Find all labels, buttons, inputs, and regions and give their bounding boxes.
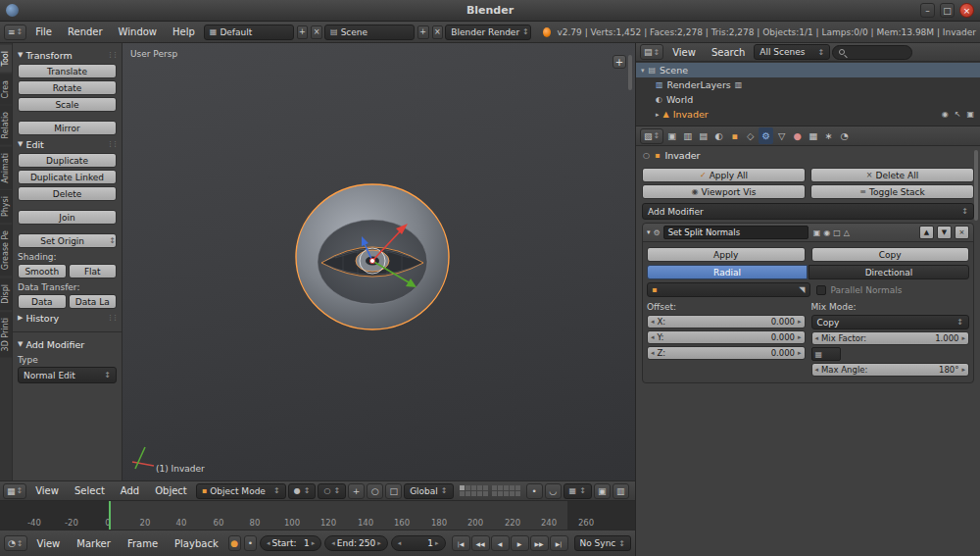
- editor-type-button[interactable]: ▦ ↕: [3, 483, 26, 499]
- layer-square[interactable]: [483, 491, 488, 496]
- sync-mode-selector[interactable]: No Sync ↕: [574, 535, 632, 551]
- editmode-visibility-icon[interactable]: □: [833, 228, 841, 237]
- editor-type-button[interactable]: ▧ ↕: [640, 128, 663, 144]
- layer-square[interactable]: [498, 491, 503, 496]
- offset-x-field[interactable]: ◂ X: 0.000 ▸: [647, 315, 806, 329]
- tab-tools[interactable]: Tool: [0, 45, 12, 73]
- decrement-arrow-icon[interactable]: ◂: [651, 333, 655, 341]
- increment-arrow-icon[interactable]: ▸: [798, 333, 802, 341]
- manipulator-translate-button[interactable]: +: [348, 483, 365, 499]
- layer-square[interactable]: [466, 491, 470, 496]
- tree-row-renderlayers[interactable]: ▥ RenderLayers ▥: [636, 77, 980, 92]
- screen-layout-selector[interactable]: ▦ Default: [204, 25, 294, 40]
- tab-display[interactable]: Displ: [0, 278, 12, 310]
- pivot-selector[interactable]: ○ ↕: [318, 483, 346, 499]
- increment-arrow-icon[interactable]: ▸: [798, 318, 802, 326]
- menu-marker[interactable]: Marker: [70, 538, 118, 549]
- editor-type-button[interactable]: ▤ ↕: [640, 44, 663, 60]
- menu-view[interactable]: View: [30, 538, 68, 549]
- tab-texture[interactable]: ▦: [806, 127, 820, 144]
- menu-frame[interactable]: Frame: [121, 538, 165, 549]
- menu-select[interactable]: Select: [68, 485, 112, 496]
- layer-square[interactable]: [492, 491, 497, 496]
- vertex-group-field[interactable]: ▦: [811, 347, 841, 361]
- add-scene-button[interactable]: +: [417, 25, 429, 39]
- decrement-arrow-icon[interactable]: ◂: [398, 539, 402, 547]
- delete-button[interactable]: Delete: [18, 186, 117, 201]
- tab-render-layers[interactable]: ▥: [680, 127, 695, 144]
- render-engine-selector[interactable]: Blender Render ↕: [445, 25, 531, 40]
- viewport-visibility-icon[interactable]: ◉: [823, 228, 830, 237]
- tab-world[interactable]: ◐: [711, 127, 726, 144]
- parallel-normals-checkbox[interactable]: [816, 285, 826, 295]
- current-frame-field[interactable]: ◂ 1 ▸: [391, 535, 446, 551]
- transfer-data-button[interactable]: Data: [18, 294, 67, 309]
- modifier-name-field[interactable]: Set Split Normals: [663, 226, 808, 239]
- menu-playback[interactable]: Playback: [168, 538, 225, 549]
- menu-help[interactable]: Help: [166, 26, 202, 37]
- pin-icon[interactable]: ○: [643, 151, 650, 160]
- timeline-ruler[interactable]: -40 -20 0 20 40 60 80 100 120 140 160 18…: [0, 501, 635, 530]
- close-button[interactable]: ×: [959, 3, 974, 18]
- menu-add[interactable]: Add: [114, 485, 146, 496]
- tab-render[interactable]: ▣: [664, 127, 679, 144]
- maximize-button[interactable]: □: [940, 3, 955, 18]
- display-mode-selector[interactable]: All Scenes ↕: [754, 44, 830, 60]
- layer-square[interactable]: [466, 485, 470, 490]
- orientation-selector[interactable]: Global ↕: [404, 483, 453, 499]
- mode-selector[interactable]: ▪ Object Mode ↕: [196, 483, 286, 499]
- decrement-arrow-icon[interactable]: ◂: [651, 318, 655, 326]
- disclosure-icon[interactable]: ▸: [656, 111, 660, 119]
- edit-panel-header[interactable]: ▼ Edit ⋮⋮: [18, 137, 117, 151]
- set-origin-menu[interactable]: Set Origin ↕: [18, 233, 117, 248]
- outliner-search-input[interactable]: [832, 45, 912, 60]
- viewport-scrollbar[interactable]: [628, 55, 632, 90]
- offset-z-field[interactable]: ◂ Z: 0.000 ▸: [647, 346, 806, 360]
- increment-arrow-icon[interactable]: ▸: [435, 539, 439, 547]
- duplicate-linked-button[interactable]: Duplicate Linked: [18, 170, 117, 184]
- menu-window[interactable]: Window: [112, 26, 164, 37]
- breadcrumb-object-name[interactable]: Invader: [664, 150, 700, 161]
- tab-material[interactable]: ●: [790, 127, 805, 144]
- tab-object-data[interactable]: ▽: [774, 127, 789, 144]
- layer-square[interactable]: [515, 491, 520, 496]
- shade-flat-button[interactable]: Flat: [69, 264, 118, 278]
- tab-constraints[interactable]: ◇: [743, 127, 758, 144]
- layer-square[interactable]: [460, 491, 465, 496]
- minimize-button[interactable]: –: [920, 3, 935, 18]
- play-button[interactable]: ▶: [511, 535, 529, 551]
- remove-layout-button[interactable]: ×: [311, 25, 322, 39]
- apply-all-button[interactable]: ✓ Apply All: [642, 168, 806, 182]
- panel-expanded-icon[interactable]: ▾: [647, 228, 651, 236]
- eyedropper-icon[interactable]: ◥: [799, 285, 805, 294]
- layer-square[interactable]: [510, 485, 514, 490]
- current-frame-playhead[interactable]: [109, 501, 111, 530]
- offset-y-field[interactable]: ◂ Y: 0.000 ▸: [647, 330, 806, 344]
- modifier-type-menu[interactable]: Normal Edit ↕: [18, 367, 117, 383]
- prev-keyframe-button[interactable]: ◀◀: [471, 535, 490, 551]
- end-frame-field[interactable]: ◂ End: 250 ▸: [324, 535, 387, 551]
- menu-view[interactable]: View: [665, 47, 703, 58]
- tab-create[interactable]: Crea: [0, 75, 12, 105]
- delete-all-button[interactable]: × Delete All: [810, 168, 974, 182]
- layer-square[interactable]: [477, 491, 482, 496]
- transform-panel-header[interactable]: ▼ Transform ⋮⋮: [18, 48, 117, 62]
- tree-label[interactable]: Invader: [673, 109, 709, 120]
- menu-search[interactable]: Search: [705, 47, 752, 58]
- tab-object[interactable]: ▪: [727, 127, 742, 144]
- manipulator-scale-button[interactable]: □: [385, 483, 402, 499]
- increment-arrow-icon[interactable]: ▸: [961, 366, 965, 374]
- tree-row-scene[interactable]: ▾ ▤ Scene: [636, 63, 980, 77]
- tree-label[interactable]: World: [666, 94, 693, 105]
- mode-directional-button[interactable]: Directional: [808, 265, 969, 279]
- tab-3d-printing[interactable]: 3D Printi: [0, 312, 12, 357]
- decrement-arrow-icon[interactable]: ◂: [651, 349, 655, 357]
- toggle-stack-button[interactable]: ≡ Toggle Stack: [810, 184, 974, 199]
- menu-file[interactable]: File: [28, 26, 59, 37]
- 3d-viewport[interactable]: User Persp: [122, 43, 635, 480]
- max-angle-field[interactable]: ◂ Max Angle: 180° ▸: [811, 363, 970, 377]
- tab-grease-pencil[interactable]: Grease Pe: [0, 225, 12, 276]
- mode-radial-button[interactable]: Radial: [647, 265, 808, 279]
- layer-square[interactable]: [471, 491, 476, 496]
- opengl-render-anim-button[interactable]: ▥: [612, 483, 629, 499]
